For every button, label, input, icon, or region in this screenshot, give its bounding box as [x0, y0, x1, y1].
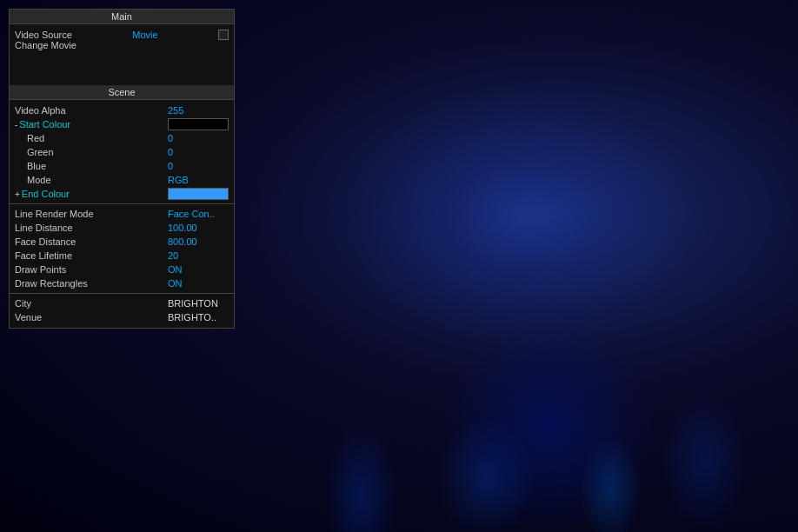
- mode-value[interactable]: RGB: [168, 175, 229, 185]
- line-render-mode-value[interactable]: Face Con..: [168, 209, 229, 219]
- end-colour-swatch[interactable]: [168, 188, 229, 200]
- venue-label: Venue: [15, 312, 168, 323]
- start-colour-indicator: -: [15, 120, 17, 130]
- video-alpha-row: Video Alpha 255: [10, 103, 234, 117]
- scene-content: Video Alpha 255 - Start Colour Red 0 Gre…: [10, 100, 234, 328]
- divider-2: [10, 293, 234, 294]
- red-label: Red: [15, 133, 168, 143]
- video-alpha-label: Video Alpha: [15, 105, 168, 116]
- change-movie-row: Change Movie: [15, 40, 229, 50]
- draw-points-value[interactable]: ON: [168, 264, 229, 275]
- start-colour-label: Start Colour: [19, 119, 168, 130]
- blue-value[interactable]: 0: [168, 161, 229, 171]
- start-colour-swatch[interactable]: [168, 118, 229, 130]
- divider-1: [10, 203, 234, 204]
- green-row: Green 0: [10, 145, 234, 159]
- face-lifetime-row: Face Lifetime 20: [10, 249, 234, 263]
- line-render-mode-label: Line Render Mode: [15, 209, 168, 219]
- video-source-label: Video Source: [15, 30, 72, 40]
- line-render-mode-row: Line Render Mode Face Con..: [10, 207, 234, 221]
- face-lifetime-label: Face Lifetime: [15, 250, 168, 261]
- main-section-header: Main: [10, 10, 234, 24]
- city-value[interactable]: BRIGHTON: [168, 298, 229, 309]
- start-colour-row[interactable]: - Start Colour: [10, 117, 234, 131]
- red-row: Red 0: [10, 131, 234, 145]
- green-label: Green: [15, 147, 168, 157]
- draw-rectangles-row: Draw Rectangles ON: [10, 276, 234, 290]
- blue-label: Blue: [15, 161, 168, 171]
- face-lifetime-value[interactable]: 20: [168, 250, 229, 261]
- draw-rectangles-label: Draw Rectangles: [15, 278, 168, 289]
- draw-rectangles-value[interactable]: ON: [168, 278, 229, 289]
- line-distance-value[interactable]: 100.00: [168, 223, 229, 233]
- face-distance-row: Face Distance 800.00: [10, 235, 234, 249]
- blue-row: Blue 0: [10, 159, 234, 173]
- venue-value[interactable]: BRIGHTO..: [168, 312, 229, 323]
- change-movie-label[interactable]: Change Movie: [15, 40, 76, 50]
- mode-label: Mode: [15, 175, 168, 185]
- end-colour-indicator: +: [15, 190, 20, 199]
- face-distance-label: Face Distance: [15, 236, 168, 247]
- movie-checkbox[interactable]: [218, 30, 229, 40]
- video-source-section: Video Source Movie Change Movie: [10, 24, 234, 85]
- draw-points-row: Draw Points ON: [10, 263, 234, 276]
- green-value[interactable]: 0: [168, 147, 229, 157]
- red-value[interactable]: 0: [168, 133, 229, 143]
- face-distance-value[interactable]: 800.00: [168, 236, 229, 247]
- mode-row: Mode RGB: [10, 173, 234, 187]
- main-panel: Main Video Source Movie Change Movie Sce…: [9, 9, 235, 329]
- video-source-row: Video Source Movie: [15, 30, 229, 40]
- city-label: City: [15, 298, 168, 309]
- video-alpha-value[interactable]: 255: [168, 105, 229, 116]
- end-colour-row[interactable]: + End Colour: [10, 187, 234, 201]
- line-distance-row: Line Distance 100.00: [10, 221, 234, 235]
- video-source-value: Movie: [132, 30, 157, 40]
- line-distance-label: Line Distance: [15, 223, 168, 233]
- scene-section-header: Scene: [10, 85, 234, 100]
- city-row: City BRIGHTON: [10, 296, 234, 310]
- draw-points-label: Draw Points: [15, 264, 168, 275]
- venue-row: Venue BRIGHTO..: [10, 310, 234, 324]
- end-colour-label: End Colour: [22, 189, 168, 199]
